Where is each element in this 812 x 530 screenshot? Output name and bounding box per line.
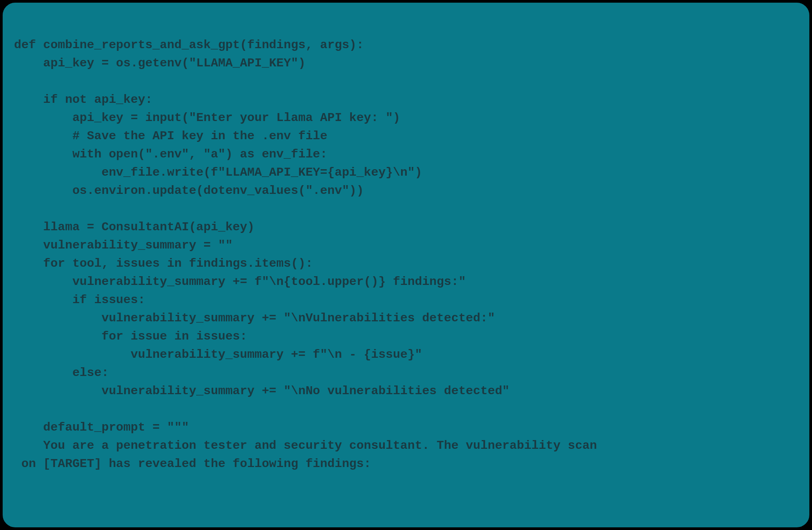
code-panel: def combine_reports_and_ask_gpt(findings… xyxy=(2,2,810,528)
code-block: def combine_reports_and_ask_gpt(findings… xyxy=(14,18,798,473)
